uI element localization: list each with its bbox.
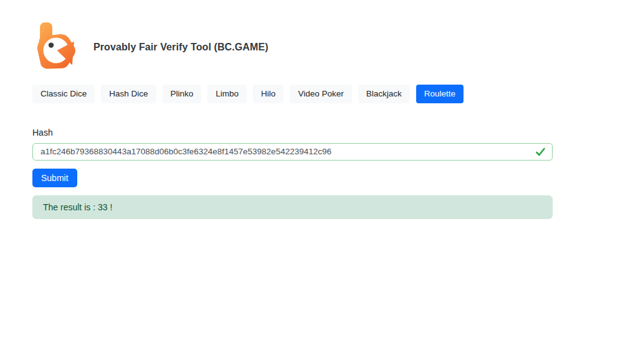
header: Provably Fair Verify Tool (BC.GAME) [32, 19, 553, 76]
tab-limbo[interactable]: Limbo [207, 85, 247, 103]
page: Provably Fair Verify Tool (BC.GAME) Clas… [0, 0, 553, 219]
game-tabs: Classic Dice Hash Dice Plinko Limbo Hilo… [32, 85, 553, 103]
hash-input[interactable] [32, 143, 553, 161]
tab-hilo[interactable]: Hilo [253, 85, 283, 103]
page-title: Provably Fair Verify Tool (BC.GAME) [93, 42, 269, 53]
verify-section: Hash Submit The result is : 33 ! [32, 128, 553, 219]
bcgame-logo-icon [32, 19, 80, 76]
tab-hash-dice[interactable]: Hash Dice [101, 85, 156, 103]
tab-plinko[interactable]: Plinko [163, 85, 202, 103]
tab-video-poker[interactable]: Video Poker [290, 85, 351, 103]
hash-input-wrap [32, 143, 553, 161]
hash-label: Hash [32, 128, 553, 138]
tab-classic-dice[interactable]: Classic Dice [32, 85, 95, 103]
result-alert: The result is : 33 ! [32, 195, 553, 219]
submit-button[interactable]: Submit [32, 169, 77, 187]
tab-roulette[interactable]: Roulette [416, 85, 464, 103]
tab-blackjack[interactable]: Blackjack [358, 85, 410, 103]
